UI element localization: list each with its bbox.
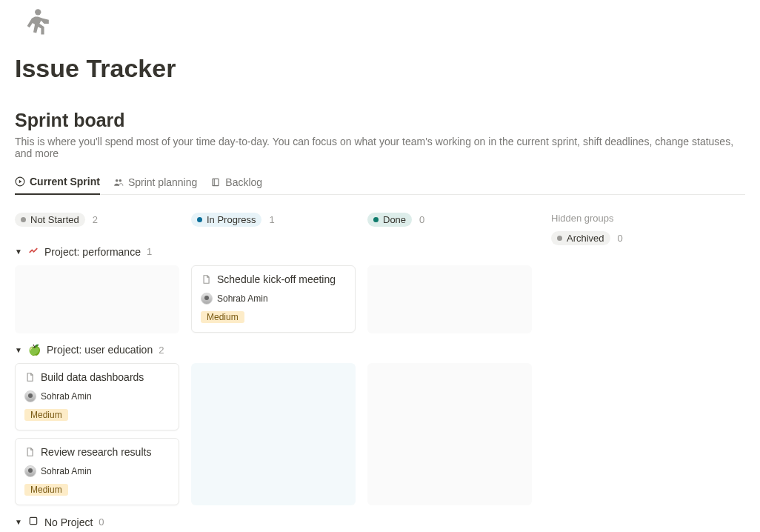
- card-title: Schedule kick-off meeting: [217, 273, 336, 285]
- group-header-user-education[interactable]: ▼ 🍏 Project: user education 2: [15, 344, 745, 356]
- tab-label: Current Sprint: [30, 176, 100, 187]
- avatar: [24, 390, 36, 402]
- status-pill-in-progress: In Progress: [191, 213, 261, 227]
- chart-upward-icon: [28, 245, 39, 258]
- group-row-performance: Schedule kick-off meeting Sohrab Amin Me…: [15, 265, 745, 333]
- status-label: Not Started: [30, 214, 79, 225]
- view-tabs: Current Sprint Sprint planning Backlog: [15, 173, 745, 195]
- kanban-board: Not Started 2 In Progress 1 Done 0 Hidde…: [15, 213, 745, 245]
- tab-backlog[interactable]: Backlog: [210, 173, 262, 194]
- status-dot: [557, 236, 562, 241]
- card[interactable]: Schedule kick-off meeting Sohrab Amin Me…: [191, 265, 356, 333]
- svg-rect-7: [30, 517, 36, 524]
- running-person-icon: [15, 6, 745, 45]
- hidden-groups-panel: Hidden groups Archived 0: [544, 213, 677, 245]
- hidden-group-count: 0: [618, 233, 623, 244]
- document-icon: [24, 372, 35, 385]
- priority-tag: Medium: [24, 409, 68, 421]
- column-header[interactable]: In Progress 1: [191, 213, 356, 227]
- status-pill-done: Done: [367, 213, 412, 227]
- group-count: 1: [147, 246, 152, 257]
- empty-card-slot[interactable]: [367, 363, 532, 505]
- card[interactable]: Build data dashboards Sohrab Amin Medium: [15, 363, 179, 430]
- play-circle-icon: [15, 176, 25, 187]
- notebook-icon: [210, 177, 221, 187]
- document-icon: [24, 447, 35, 459]
- svg-rect-5: [213, 179, 219, 185]
- assignee-name: Sohrab Amin: [41, 466, 92, 476]
- group-name: Project: performance: [44, 246, 141, 258]
- card[interactable]: Review research results Sohrab Amin Medi…: [15, 438, 179, 505]
- document-icon: [201, 274, 211, 287]
- tab-label: Sprint planning: [128, 176, 197, 188]
- status-label: Archived: [567, 233, 604, 244]
- section-title: Sprint board: [15, 110, 745, 131]
- column-header[interactable]: Done 0: [367, 213, 532, 227]
- column-count: 2: [93, 214, 98, 225]
- hidden-group-archived[interactable]: Archived 0: [551, 231, 677, 245]
- page-title: Issue Tracker: [15, 54, 745, 83]
- chevron-down-icon: ▼: [15, 346, 22, 354]
- column-not-started: Not Started 2: [15, 213, 179, 237]
- column-count: 0: [419, 214, 424, 225]
- column-done: Done 0: [367, 213, 532, 237]
- svg-marker-2: [19, 180, 21, 184]
- hidden-groups-title: Hidden groups: [551, 213, 677, 224]
- tab-sprint-planning[interactable]: Sprint planning: [113, 173, 197, 194]
- group-header-no-project[interactable]: ▼ No Project 0: [15, 516, 745, 528]
- status-dot: [373, 217, 379, 222]
- status-label: In Progress: [207, 214, 256, 225]
- status-dot: [197, 217, 202, 222]
- group-header-performance[interactable]: ▼ Project: performance 1: [15, 245, 745, 258]
- tab-current-sprint[interactable]: Current Sprint: [15, 173, 100, 195]
- status-pill-archived: Archived: [551, 231, 610, 245]
- tab-label: Backlog: [225, 176, 262, 188]
- svg-point-0: [35, 9, 41, 15]
- empty-box-icon: [28, 516, 39, 528]
- section-description: This is where you'll spend most of your …: [15, 136, 745, 159]
- priority-tag: Medium: [201, 311, 244, 323]
- assignee-name: Sohrab Amin: [41, 391, 92, 402]
- chevron-down-icon: ▼: [15, 518, 22, 526]
- avatar: [201, 293, 213, 305]
- column-header[interactable]: Not Started 2: [15, 213, 179, 227]
- empty-card-slot[interactable]: [15, 265, 179, 333]
- svg-point-3: [116, 179, 119, 182]
- group-row-user-education: Build data dashboards Sohrab Amin Medium…: [15, 363, 745, 505]
- chevron-down-icon: ▼: [15, 247, 22, 256]
- status-label: Done: [383, 214, 406, 225]
- status-pill-not-started: Not Started: [15, 213, 85, 227]
- people-icon: [113, 177, 124, 187]
- avatar: [24, 465, 36, 477]
- empty-card-slot[interactable]: [367, 265, 532, 333]
- green-apple-icon: 🍏: [28, 344, 41, 356]
- priority-tag: Medium: [24, 484, 68, 496]
- group-name: No Project: [44, 516, 93, 528]
- card-stack: Build data dashboards Sohrab Amin Medium…: [15, 363, 179, 505]
- svg-point-4: [119, 179, 121, 182]
- card-title: Build data dashboards: [41, 371, 144, 383]
- group-count: 2: [159, 345, 164, 356]
- column-in-progress: In Progress 1: [191, 213, 356, 237]
- group-count: 0: [99, 516, 104, 528]
- group-name: Project: user education: [47, 344, 153, 356]
- card-title: Review research results: [41, 446, 151, 458]
- column-count: 1: [269, 214, 274, 225]
- card-stack: Schedule kick-off meeting Sohrab Amin Me…: [191, 265, 356, 333]
- assignee-name: Sohrab Amin: [217, 293, 268, 304]
- status-dot: [21, 217, 26, 222]
- empty-card-slot[interactable]: [191, 363, 356, 505]
